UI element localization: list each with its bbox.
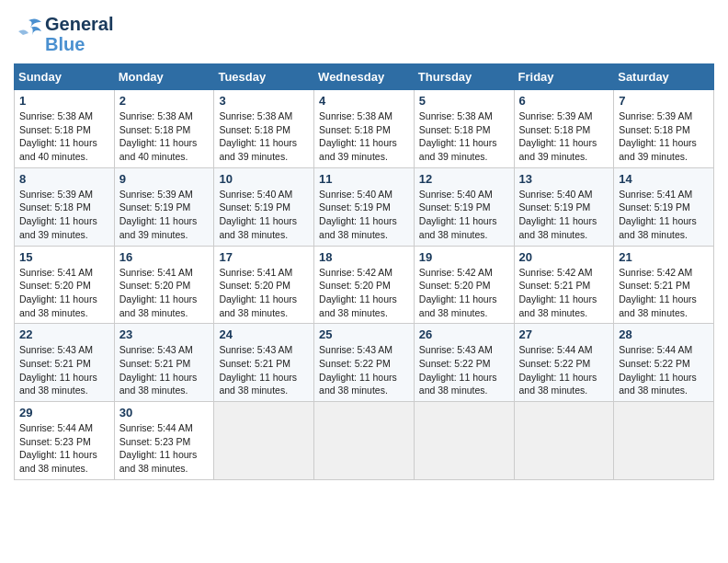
calendar-cell: 26 Sunrise: 5:43 AM Sunset: 5:22 PM Dayl… <box>414 324 514 402</box>
day-info: Sunrise: 5:44 AM Sunset: 5:22 PM Dayligh… <box>619 343 709 397</box>
calendar-cell: 16 Sunrise: 5:41 AM Sunset: 5:20 PM Dayl… <box>114 246 214 324</box>
day-number: 27 <box>519 327 609 341</box>
weekday-header-tuesday: Tuesday <box>214 64 314 90</box>
calendar-cell: 28 Sunrise: 5:44 AM Sunset: 5:22 PM Dayl… <box>614 324 714 402</box>
day-number: 17 <box>219 250 309 264</box>
day-number: 24 <box>219 327 309 341</box>
day-info: Sunrise: 5:39 AM Sunset: 5:18 PM Dayligh… <box>519 109 609 164</box>
day-info: Sunrise: 5:43 AM Sunset: 5:21 PM Dayligh… <box>219 343 309 397</box>
calendar-cell: 18 Sunrise: 5:42 AM Sunset: 5:20 PM Dayl… <box>314 246 415 324</box>
calendar-cell <box>414 402 514 480</box>
day-number: 29 <box>19 406 109 419</box>
day-info: Sunrise: 5:43 AM Sunset: 5:21 PM Dayligh… <box>119 343 210 397</box>
day-number: 1 <box>19 94 109 108</box>
day-number: 11 <box>319 172 409 186</box>
day-info: Sunrise: 5:39 AM Sunset: 5:18 PM Dayligh… <box>619 109 709 164</box>
day-info: Sunrise: 5:41 AM Sunset: 5:19 PM Dayligh… <box>619 188 709 242</box>
calendar-week-1: 1 Sunrise: 5:38 AM Sunset: 5:18 PM Dayli… <box>15 90 714 168</box>
day-number: 4 <box>319 94 409 108</box>
day-info: Sunrise: 5:43 AM Sunset: 5:22 PM Dayligh… <box>419 343 509 397</box>
calendar-cell: 9 Sunrise: 5:39 AM Sunset: 5:19 PM Dayli… <box>114 167 214 246</box>
day-number: 22 <box>19 327 109 341</box>
day-info: Sunrise: 5:40 AM Sunset: 5:19 PM Dayligh… <box>419 188 509 242</box>
day-number: 13 <box>519 172 609 186</box>
calendar-cell: 8 Sunrise: 5:39 AM Sunset: 5:18 PM Dayli… <box>15 167 115 246</box>
calendar-cell <box>514 402 614 480</box>
calendar-cell: 21 Sunrise: 5:42 AM Sunset: 5:21 PM Dayl… <box>614 246 714 324</box>
logo-general-text: General <box>45 14 113 34</box>
day-number: 21 <box>619 250 709 264</box>
calendar-cell: 29 Sunrise: 5:44 AM Sunset: 5:23 PM Dayl… <box>15 402 115 480</box>
day-number: 7 <box>619 94 709 108</box>
weekday-header-friday: Friday <box>514 64 614 90</box>
calendar-week-2: 8 Sunrise: 5:39 AM Sunset: 5:18 PM Dayli… <box>15 167 714 246</box>
day-number: 14 <box>619 172 709 186</box>
calendar-week-5: 29 Sunrise: 5:44 AM Sunset: 5:23 PM Dayl… <box>15 402 714 480</box>
day-number: 12 <box>419 172 509 186</box>
calendar-cell <box>614 402 714 480</box>
day-info: Sunrise: 5:41 AM Sunset: 5:20 PM Dayligh… <box>219 266 309 320</box>
calendar-cell: 27 Sunrise: 5:44 AM Sunset: 5:22 PM Dayl… <box>514 324 614 402</box>
day-number: 19 <box>419 250 509 264</box>
day-number: 30 <box>119 406 210 419</box>
calendar-cell: 22 Sunrise: 5:43 AM Sunset: 5:21 PM Dayl… <box>15 324 115 402</box>
day-number: 18 <box>319 250 409 264</box>
calendar-week-3: 15 Sunrise: 5:41 AM Sunset: 5:20 PM Dayl… <box>15 246 714 324</box>
calendar-cell <box>214 402 314 480</box>
day-info: Sunrise: 5:38 AM Sunset: 5:18 PM Dayligh… <box>219 109 309 164</box>
calendar-cell: 19 Sunrise: 5:42 AM Sunset: 5:20 PM Dayl… <box>414 246 514 324</box>
day-info: Sunrise: 5:40 AM Sunset: 5:19 PM Dayligh… <box>219 188 309 242</box>
calendar-cell: 20 Sunrise: 5:42 AM Sunset: 5:21 PM Dayl… <box>514 246 614 324</box>
calendar-cell: 4 Sunrise: 5:38 AM Sunset: 5:18 PM Dayli… <box>314 90 415 168</box>
calendar-cell: 17 Sunrise: 5:41 AM Sunset: 5:20 PM Dayl… <box>214 246 314 324</box>
day-info: Sunrise: 5:40 AM Sunset: 5:19 PM Dayligh… <box>319 188 409 242</box>
page-header: General Blue <box>14 14 714 54</box>
calendar-table: SundayMondayTuesdayWednesdayThursdayFrid… <box>14 63 714 480</box>
logo: General Blue <box>14 14 113 54</box>
day-info: Sunrise: 5:38 AM Sunset: 5:18 PM Dayligh… <box>419 109 509 164</box>
calendar-week-4: 22 Sunrise: 5:43 AM Sunset: 5:21 PM Dayl… <box>15 324 714 402</box>
day-info: Sunrise: 5:42 AM Sunset: 5:21 PM Dayligh… <box>619 266 709 320</box>
calendar-cell: 6 Sunrise: 5:39 AM Sunset: 5:18 PM Dayli… <box>514 90 614 168</box>
day-info: Sunrise: 5:43 AM Sunset: 5:21 PM Dayligh… <box>19 343 109 397</box>
day-info: Sunrise: 5:39 AM Sunset: 5:19 PM Dayligh… <box>119 188 210 242</box>
day-info: Sunrise: 5:42 AM Sunset: 5:20 PM Dayligh… <box>419 266 509 320</box>
weekday-header-thursday: Thursday <box>414 64 514 90</box>
day-info: Sunrise: 5:42 AM Sunset: 5:21 PM Dayligh… <box>519 266 609 320</box>
calendar-cell: 23 Sunrise: 5:43 AM Sunset: 5:21 PM Dayl… <box>114 324 214 402</box>
weekday-header-sunday: Sunday <box>15 64 115 90</box>
day-number: 28 <box>619 327 709 341</box>
day-info: Sunrise: 5:38 AM Sunset: 5:18 PM Dayligh… <box>319 109 409 164</box>
calendar-cell: 24 Sunrise: 5:43 AM Sunset: 5:21 PM Dayl… <box>214 324 314 402</box>
day-info: Sunrise: 5:44 AM Sunset: 5:23 PM Dayligh… <box>119 421 210 476</box>
day-number: 26 <box>419 327 509 341</box>
day-info: Sunrise: 5:44 AM Sunset: 5:23 PM Dayligh… <box>19 421 109 476</box>
day-info: Sunrise: 5:44 AM Sunset: 5:22 PM Dayligh… <box>519 343 609 397</box>
logo-bird-icon <box>14 17 43 52</box>
day-number: 2 <box>119 94 210 108</box>
calendar-cell: 15 Sunrise: 5:41 AM Sunset: 5:20 PM Dayl… <box>15 246 115 324</box>
calendar-cell: 7 Sunrise: 5:39 AM Sunset: 5:18 PM Dayli… <box>614 90 714 168</box>
day-info: Sunrise: 5:40 AM Sunset: 5:19 PM Dayligh… <box>519 188 609 242</box>
day-number: 10 <box>219 172 309 186</box>
day-number: 5 <box>419 94 509 108</box>
day-number: 16 <box>119 250 210 264</box>
calendar-cell: 5 Sunrise: 5:38 AM Sunset: 5:18 PM Dayli… <box>414 90 514 168</box>
day-info: Sunrise: 5:38 AM Sunset: 5:18 PM Dayligh… <box>19 109 109 164</box>
calendar-cell: 1 Sunrise: 5:38 AM Sunset: 5:18 PM Dayli… <box>15 90 115 168</box>
day-number: 15 <box>19 250 109 264</box>
day-number: 6 <box>519 94 609 108</box>
day-info: Sunrise: 5:38 AM Sunset: 5:18 PM Dayligh… <box>119 109 210 164</box>
day-number: 3 <box>219 94 309 108</box>
day-number: 23 <box>119 327 210 341</box>
weekday-header-wednesday: Wednesday <box>314 64 415 90</box>
day-info: Sunrise: 5:39 AM Sunset: 5:18 PM Dayligh… <box>19 188 109 242</box>
calendar-cell: 14 Sunrise: 5:41 AM Sunset: 5:19 PM Dayl… <box>614 167 714 246</box>
day-number: 8 <box>19 172 109 186</box>
day-number: 9 <box>119 172 210 186</box>
logo-container: General Blue <box>14 14 113 54</box>
calendar-cell: 30 Sunrise: 5:44 AM Sunset: 5:23 PM Dayl… <box>114 402 214 480</box>
calendar-cell: 2 Sunrise: 5:38 AM Sunset: 5:18 PM Dayli… <box>114 90 214 168</box>
calendar-cell: 3 Sunrise: 5:38 AM Sunset: 5:18 PM Dayli… <box>214 90 314 168</box>
weekday-header-monday: Monday <box>114 64 214 90</box>
